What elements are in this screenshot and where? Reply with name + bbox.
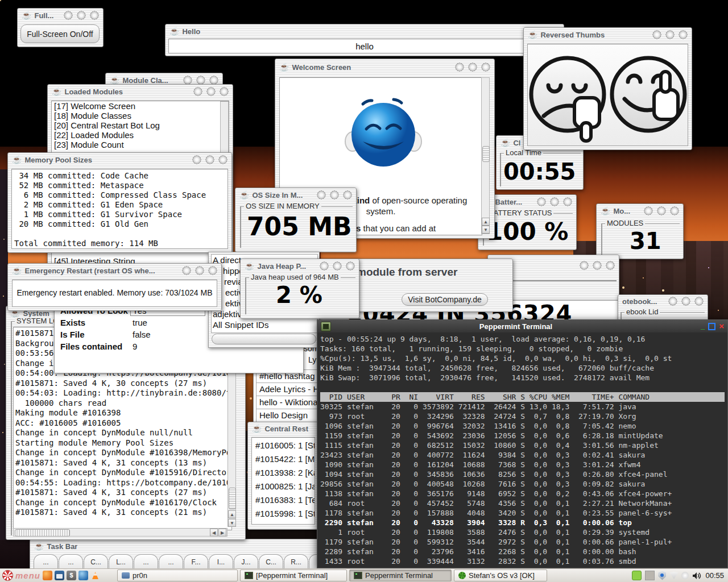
- lyrics-list-item[interactable]: Adele Lyrics - He: [256, 383, 317, 396]
- browser-icon[interactable]: [78, 571, 88, 580]
- lyrics-list-item[interactable]: hello - Wiktionar: [256, 396, 317, 409]
- window-control-buttons[interactable]: [64, 11, 99, 20]
- notebook-title: otebook...: [622, 297, 657, 306]
- window-control-buttons[interactable]: [580, 261, 615, 271]
- task-bar-tab-button[interactable]: ...: [59, 554, 83, 569]
- os-size-titlebar[interactable]: ☕ OS Size In M...: [235, 188, 356, 202]
- lyrics-list-item[interactable]: Hello Design: [256, 409, 317, 422]
- central-restart-item[interactable]: #1015422: 1 [Mov: [253, 452, 313, 466]
- taskbar-item-stefans-os[interactable]: Stefan's OS v3 [OK]: [454, 569, 547, 581]
- hello-title: Hello: [182, 27, 200, 36]
- window-control-buttons[interactable]: [320, 261, 355, 271]
- close-icon[interactable]: ×: [719, 322, 724, 330]
- central-restart-item[interactable]: #1016383: 1 [Tes: [253, 493, 313, 507]
- snippets-button[interactable]: [212, 334, 316, 344]
- file-info-key: Files contained: [60, 342, 122, 351]
- task-bar-tab-button[interactable]: L...: [109, 554, 133, 569]
- reversed-thumbs-title: Reversed Thumbs: [540, 31, 605, 39]
- minimize-icon[interactable]: _: [701, 323, 705, 329]
- maximize-icon[interactable]: [708, 323, 715, 330]
- window-control-buttons[interactable]: [183, 76, 218, 85]
- central-restart-item[interactable]: #1000825: 1 [Java: [253, 480, 313, 493]
- scroll-up-icon[interactable]: ▲: [482, 218, 490, 226]
- terminal-process-row: 30325 stefan 20 0 3573892 721412 26424 S…: [320, 402, 725, 411]
- os-size-fieldset-label: OS SIZE IN MEMORY: [244, 202, 321, 210]
- visit-botcompany-button[interactable]: Visit BotCompany.de: [402, 293, 488, 306]
- central-restart-item[interactable]: #1016005: 1 [Ste: [253, 439, 313, 452]
- emergency-message: Emergency restart enabled. Memory use: 7…: [12, 280, 217, 307]
- window-control-buttons[interactable]: [317, 190, 352, 200]
- scroll-down-icon[interactable]: ▼: [482, 226, 490, 234]
- notebook-titlebar[interactable]: otebook...: [618, 295, 708, 307]
- window-control-buttons[interactable]: [192, 155, 228, 165]
- scroll-right-icon[interactable]: ▶: [218, 529, 226, 537]
- task-bar-tab-button[interactable]: ...: [159, 554, 183, 569]
- update-manager-icon[interactable]: [632, 571, 642, 580]
- module-list-item[interactable]: [20] Central Restart Bot Log: [52, 120, 229, 130]
- window-control-buttons[interactable]: [644, 206, 679, 216]
- shield-icon[interactable]: [658, 571, 666, 580]
- taskbar-item-terminal-1[interactable]: [Peppermint Terminal]: [240, 569, 347, 581]
- module-list-item[interactable]: [17] Welcome Screen: [52, 101, 229, 111]
- fullscreen-titlebar[interactable]: ☕ Full...: [18, 9, 103, 22]
- network-icon[interactable]: [681, 572, 689, 579]
- coffee-icon: ☕: [12, 156, 22, 164]
- loaded-modules-titlebar[interactable]: ☕ Loaded Modules: [48, 85, 233, 98]
- system-log-hscrollbar[interactable]: ◀ ▶: [13, 528, 228, 537]
- task-bar-tab-button[interactable]: C...: [259, 554, 283, 569]
- terminal-body[interactable]: top - 00:55:24 up 9 days, 8:18, 1 user, …: [317, 332, 727, 568]
- snippet-list-item[interactable]: All Snippet IDs: [212, 319, 317, 330]
- central-restart-titlebar[interactable]: ☕ Central Rest: [248, 422, 318, 435]
- task-bar-tab-button[interactable]: C...: [84, 554, 108, 569]
- window-control-buttons[interactable]: [182, 266, 217, 276]
- terminal-titlebar[interactable]: Peppermint Terminal _ ×: [317, 320, 727, 332]
- window-control-buttons[interactable]: [193, 87, 229, 97]
- coffee-icon: ☕: [239, 191, 249, 199]
- task-bar-tab-button[interactable]: F...: [184, 554, 208, 569]
- reversed-thumbs-titlebar[interactable]: ☕ Reversed Thumbs: [524, 28, 692, 41]
- vlc-icon[interactable]: [90, 571, 100, 580]
- firefox-icon[interactable]: [43, 571, 52, 580]
- scrollbar-thumb[interactable]: [229, 488, 236, 509]
- taskbar-item-pr0n[interactable]: pr0n: [117, 569, 238, 581]
- window-control-buttons[interactable]: [455, 63, 490, 72]
- terminal-launcher-icon[interactable]: $: [67, 571, 76, 580]
- task-bar-tab-button[interactable]: I...: [209, 554, 233, 569]
- scrollbar-thumb[interactable]: [15, 529, 70, 537]
- scrollbar-thumb[interactable]: [482, 146, 490, 162]
- fullscreen-toggle-button[interactable]: Full-Screen On/Off: [20, 24, 100, 43]
- window-control-buttons[interactable]: [537, 197, 572, 207]
- welcome-scrollbar[interactable]: ▲ ▼: [481, 77, 490, 234]
- task-bar-tab-button[interactable]: ...: [34, 554, 58, 569]
- module-list-item[interactable]: [23] Module Count: [52, 140, 229, 149]
- java-heap-titlebar[interactable]: ☕ Java Heap P...: [241, 259, 359, 273]
- central-restart-item[interactable]: #1015998: 1 [Ste: [253, 507, 313, 521]
- module-list-item[interactable]: [22] Loaded Modules: [52, 130, 229, 140]
- wifi-icon[interactable]: [669, 572, 678, 579]
- task-bar-tab-button[interactable]: J...: [234, 554, 258, 569]
- scroll-down-icon[interactable]: ▼: [228, 519, 236, 527]
- lyrics-list[interactable]: #hello hashtagAdele Lyrics - Hehello - W…: [256, 370, 317, 422]
- emergency-titlebar[interactable]: ☕ Emergency Restart (restart OS whe...: [8, 264, 221, 277]
- memory-pool-line: [14, 229, 225, 239]
- tray-package-icon[interactable]: [645, 571, 655, 580]
- module-list-item[interactable]: [18] Module Classes: [52, 111, 229, 120]
- central-restart-item[interactable]: #1013938: 2 [Kat: [253, 466, 313, 480]
- peppermint-logo-icon[interactable]: [2, 570, 13, 581]
- central-restart-list[interactable]: #1016005: 1 [Ste#1015422: 1 [Mov#1013938…: [251, 437, 315, 525]
- taskbar-item-terminal-2[interactable]: Peppermint Terminal: [349, 569, 452, 581]
- menu-button[interactable]: menu: [15, 571, 40, 580]
- scroll-up-icon[interactable]: ▲: [228, 510, 236, 518]
- volume-icon[interactable]: [692, 572, 702, 580]
- welcome-titlebar[interactable]: ☕ Welcome Screen: [275, 59, 494, 75]
- memory-pool-line: 2 MB committed: G1 Eden Space: [14, 200, 225, 210]
- scroll-left-icon[interactable]: ◀: [210, 529, 218, 537]
- task-bar-tab-button[interactable]: R...: [284, 554, 308, 569]
- hello-titlebar[interactable]: ☕ Hello: [166, 24, 564, 38]
- task-bar-tab-button[interactable]: ...: [134, 554, 158, 569]
- window-control-buttons[interactable]: [668, 297, 704, 306]
- memory-pool-titlebar[interactable]: ☕ Memory Pool Sizes: [8, 153, 231, 167]
- window-control-buttons[interactable]: [652, 30, 688, 40]
- modules-count-titlebar[interactable]: ☕ Mo...: [597, 204, 683, 218]
- file-manager-icon[interactable]: [55, 571, 64, 580]
